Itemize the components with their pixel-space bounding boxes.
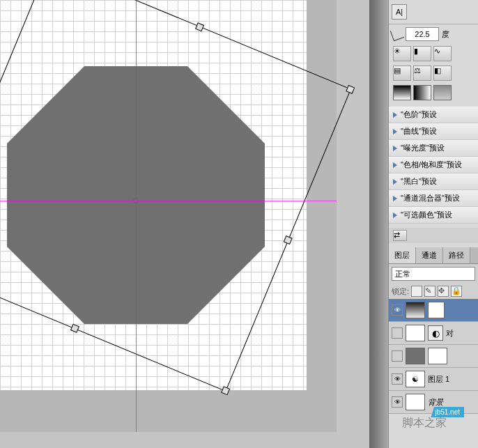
- chevron-right-icon: [393, 146, 397, 151]
- layer-row[interactable]: [389, 345, 478, 368]
- preset-channel-mixer[interactable]: "通道混合器"预设: [389, 190, 478, 207]
- lock-transparent-icon[interactable]: [411, 286, 422, 297]
- tab-paths[interactable]: 路径: [443, 247, 470, 263]
- link-icon[interactable]: ⇄: [393, 230, 407, 241]
- adjustment-icons-row-1: ☀ ▮ ∿: [389, 44, 478, 63]
- layer-list: 👁 ◐ 对 👁 ☯ 图层 1: [389, 299, 478, 414]
- layer-thumb[interactable]: [406, 325, 425, 341]
- mini-toolbar: ⇄: [389, 228, 478, 243]
- angle-icon: [390, 27, 405, 42]
- blend-mode-select[interactable]: 正常: [392, 267, 475, 281]
- preset-label: "通道混合器"预设: [401, 193, 460, 203]
- tab-layers[interactable]: 图层: [389, 247, 416, 263]
- font-label: A|: [396, 8, 403, 16]
- lock-row: 锁定: ✎ ✥ 🔒: [389, 284, 478, 299]
- layer-thumb[interactable]: [406, 348, 425, 364]
- preset-label: "可选颜色"预设: [401, 210, 452, 220]
- right-panel: A| 度 ☀ ▮ ∿ ▤ ⚖ ◧ "色阶"预设 "曲线"预设 "曝光度"预设 "…: [388, 0, 478, 448]
- layer-mask-thumb[interactable]: [428, 348, 447, 364]
- transform-bounding-box[interactable]: [0, 0, 351, 392]
- lock-all-icon[interactable]: 🔒: [451, 286, 462, 297]
- gradient-samples: [389, 83, 478, 102]
- brightness-icon[interactable]: ☀: [393, 46, 411, 61]
- layer-name: 图层 1: [428, 374, 449, 385]
- visibility-icon[interactable]: [392, 350, 403, 362]
- transform-handle-tr[interactable]: [346, 85, 355, 94]
- preset-hue-sat[interactable]: "色相/饱和度"预设: [389, 157, 478, 173]
- chevron-right-icon: [393, 129, 397, 134]
- rotate-options: 度: [389, 24, 478, 44]
- visibility-icon[interactable]: 👁: [392, 304, 403, 316]
- transform-handle-b[interactable]: [70, 324, 79, 333]
- lock-move-icon[interactable]: ✥: [438, 286, 449, 297]
- transform-handle-r[interactable]: [284, 235, 293, 245]
- curves-icon[interactable]: ∿: [433, 46, 452, 61]
- layer-mask-thumb[interactable]: [428, 302, 445, 318]
- hue-icon[interactable]: ▤: [393, 65, 411, 81]
- gradient-swatch-2[interactable]: [413, 85, 431, 100]
- chevron-right-icon: [393, 213, 397, 218]
- layer-thumb[interactable]: ☯: [406, 371, 425, 387]
- blend-mode-row: 正常: [389, 264, 478, 284]
- artboard: [0, 0, 307, 390]
- text-tool-row: A|: [389, 0, 478, 24]
- blend-mode-value: 正常: [395, 269, 410, 279]
- preset-label: "曲线"预设: [401, 126, 437, 137]
- adjustment-icons-row-2: ▤ ⚖ ◧: [389, 63, 478, 83]
- guide-horizontal[interactable]: [0, 201, 337, 201]
- layer-thumb[interactable]: [406, 394, 425, 410]
- layer-thumb[interactable]: [406, 302, 425, 318]
- preset-selective-color[interactable]: "可选颜色"预设: [389, 207, 478, 224]
- transform-handle-t[interactable]: [195, 22, 204, 31]
- preset-exposure[interactable]: "曝光度"预设: [389, 140, 478, 157]
- doc-shadow: [369, 0, 388, 448]
- balance-icon[interactable]: ⚖: [413, 65, 431, 81]
- layer-name: 对: [446, 328, 454, 339]
- gradient-swatch-3[interactable]: [433, 85, 452, 100]
- layer-name: 背景: [428, 397, 443, 408]
- preset-label: "色相/饱和度"预设: [401, 160, 462, 170]
- adjustment-layer-icon[interactable]: ◐: [428, 325, 443, 341]
- chevron-right-icon: [393, 162, 397, 168]
- preset-bw[interactable]: "黑白"预设: [389, 173, 478, 190]
- presets-panel: "色阶"预设 "曲线"预设 "曝光度"预设 "色相/饱和度"预设 "黑白"预设 …: [389, 107, 478, 224]
- chevron-right-icon: [393, 196, 397, 201]
- panel-tabs: 图层 通道 路径: [389, 247, 478, 264]
- preset-label: "曝光度"预设: [401, 143, 445, 153]
- visibility-icon[interactable]: [392, 327, 403, 339]
- transform-handle-br[interactable]: [221, 386, 230, 395]
- preset-label: "色阶"预设: [401, 109, 437, 120]
- layer-row[interactable]: ◐ 对: [389, 322, 478, 345]
- layer-row[interactable]: 👁 ☯ 图层 1: [389, 368, 478, 391]
- watermark-text: 脚本之家: [402, 416, 447, 431]
- preset-levels[interactable]: "色阶"预设: [389, 107, 478, 123]
- font-icon[interactable]: A|: [392, 4, 407, 20]
- layer-row[interactable]: 👁: [389, 299, 478, 322]
- visibility-icon[interactable]: 👁: [392, 396, 403, 408]
- chevron-right-icon: [393, 179, 397, 185]
- preset-label: "黑白"预设: [401, 176, 437, 187]
- visibility-icon[interactable]: 👁: [392, 373, 403, 385]
- rotate-unit: 度: [442, 29, 449, 40]
- gradient-swatch-1[interactable]: [393, 85, 411, 100]
- levels-icon[interactable]: ▮: [413, 46, 431, 61]
- bw-icon[interactable]: ◧: [433, 65, 452, 81]
- preset-curves[interactable]: "曲线"预设: [389, 123, 478, 140]
- canvas-area[interactable]: [0, 0, 337, 432]
- chevron-right-icon: [393, 112, 397, 118]
- lock-label: 锁定:: [392, 286, 409, 297]
- layers-panel: 图层 通道 路径 正常 锁定: ✎ ✥ 🔒 👁 ◐ 对: [389, 247, 478, 414]
- rotate-input[interactable]: [406, 27, 439, 41]
- tab-channels[interactable]: 通道: [416, 247, 443, 263]
- guide-vertical[interactable]: [136, 0, 137, 432]
- lock-paint-icon[interactable]: ✎: [424, 286, 435, 297]
